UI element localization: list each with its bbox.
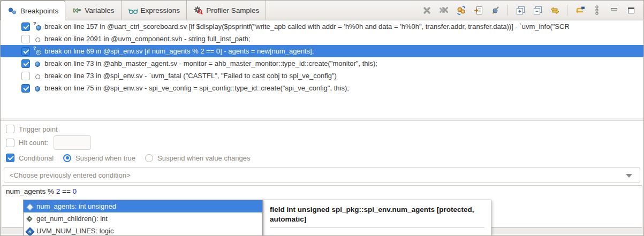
autocomplete-item[interactable]: UVM_NUM_LINES: logic — [24, 225, 262, 236]
breakpoint-enable-checkbox[interactable] — [21, 59, 30, 68]
tab-variables[interactable]: (x)= Variables — [65, 1, 121, 20]
conditional-label: Conditional — [19, 154, 54, 162]
breakpoint-enable-checkbox[interactable] — [21, 47, 30, 56]
suspend-when-value-changes-label: Suspend when value changes — [157, 154, 250, 162]
breakpoint-enable-checkbox[interactable] — [21, 35, 30, 43]
breakpoint-row[interactable]: break on line 2091 in @uvm_component.svh… — [1, 33, 643, 45]
hit-count-row: Hit count: — [1, 135, 643, 150]
view-toolbar — [422, 1, 643, 20]
tab-expressions[interactable]: Expressions — [122, 1, 187, 20]
chevron-down-icon — [626, 174, 632, 178]
field-protected-icon — [26, 227, 33, 235]
expand-all-icon[interactable] — [516, 5, 525, 15]
breakpoint-enable-checkbox[interactable] — [21, 22, 30, 31]
breakpoints-icon — [7, 7, 17, 15]
maximize-icon[interactable] — [626, 5, 636, 15]
condition-history-dropdown[interactable]: <Choose previously entered condition> — [4, 167, 640, 183]
symbol-info-tooltip: field int unsigned spi_pkg::spi_env.num_… — [263, 200, 491, 236]
autocomplete-label: num_agents: int unsigned — [36, 202, 116, 210]
enabled-breakpoint-icon — [33, 84, 41, 92]
breakpoint-row[interactable]: break on line 75 in @spi_env.sv - spi_ve… — [1, 82, 643, 94]
breakpoint-row[interactable]: break on line 73 in @spi_env.sv - `uvm_f… — [1, 70, 643, 82]
autocomplete-popup: num_agents: int unsigned get_num_childre… — [23, 200, 263, 236]
trigger-point-label: Trigger point — [19, 125, 58, 133]
expressions-icon — [128, 6, 138, 14]
breakpoint-description: break on line 157 in @uart_ctrl_scoreboa… — [44, 22, 570, 31]
breakpoint-list: break on line 157 in @uart_ctrl_scoreboa… — [1, 20, 643, 94]
breakpoint-description: break on line 69 in @spi_env.sv [if num_… — [44, 47, 314, 55]
disabled-breakpoint-icon — [33, 35, 41, 43]
breakpoint-enable-checkbox[interactable] — [21, 84, 30, 93]
autocomplete-item[interactable]: num_agents: int unsigned — [24, 200, 262, 212]
refresh-breakpoints-icon[interactable] — [456, 5, 466, 15]
breakpoint-row-selected[interactable]: break on line 69 in @spi_env.sv [if num_… — [1, 45, 643, 57]
collapse-all-icon[interactable] — [533, 5, 542, 15]
breakpoint-row[interactable]: break on line 157 in @uart_ctrl_scoreboa… — [1, 20, 643, 33]
suspend-when-value-changes-radio[interactable] — [145, 154, 153, 162]
conditional-row: Conditional Suspend when true Suspend wh… — [1, 154, 643, 162]
condition-text: num_agents % 2 == 0 — [6, 187, 77, 195]
list-empty-area — [1, 94, 643, 118]
skip-all-breakpoints-icon[interactable] — [490, 5, 500, 15]
breakpoint-description: break on line 73 in @spi_env.sv - `uvm_f… — [44, 72, 337, 80]
trigger-point-row: Trigger point — [1, 125, 643, 133]
toggle-layout-icon[interactable] — [575, 5, 585, 15]
view-tab-bar: Breakpoints (x)= Variables Expressions — [1, 1, 643, 20]
remove-icon[interactable] — [422, 5, 431, 15]
enabled-breakpoint-icon — [33, 59, 41, 67]
remove-all-icon[interactable] — [439, 5, 449, 15]
autocomplete-item[interactable]: get_num_children(): int — [24, 212, 262, 225]
view-menu-handle-icon[interactable] — [592, 5, 602, 15]
autocomplete-label: UVM_NUM_LINES: logic — [36, 227, 114, 235]
condition-history-placeholder: <Choose previously entered condition> — [10, 171, 130, 179]
minimize-icon[interactable] — [609, 5, 619, 15]
autocomplete-label: get_num_children(): int — [36, 215, 108, 223]
tab-profiler-samples[interactable]: Profiler Samples — [187, 1, 266, 20]
suspend-when-true-radio[interactable] — [63, 154, 71, 162]
hit-count-checkbox[interactable] — [6, 139, 14, 147]
toolbar-separator — [567, 5, 567, 16]
breakpoint-description: break on line 73 in @ahb_master_agent.sv… — [44, 59, 377, 67]
breakpoint-enable-checkbox[interactable] — [21, 72, 30, 80]
breakpoint-row[interactable]: break on line 73 in @ahb_master_agent.sv… — [1, 57, 643, 70]
conditional-breakpoint-icon — [33, 47, 41, 55]
go-to-file-for-breakpoint-icon[interactable] — [473, 5, 483, 15]
tab-label: Breakpoints — [20, 7, 58, 15]
suspend-when-true-label: Suspend when true — [75, 154, 135, 162]
tooltip-divider — [270, 227, 484, 228]
hit-count-label: Hit count: — [19, 139, 48, 147]
link-with-debug-view-icon[interactable] — [550, 5, 559, 15]
breakpoints-view: Breakpoints (x)= Variables Expressions — [0, 0, 644, 236]
trigger-point-checkbox[interactable] — [6, 125, 14, 133]
profiler-icon — [193, 6, 203, 14]
function-icon — [26, 215, 33, 223]
toolbar-separator — [507, 5, 508, 16]
hit-count-input[interactable] — [54, 135, 91, 150]
tab-label: Profiler Samples — [206, 6, 259, 14]
conditional-checkbox[interactable] — [6, 154, 14, 162]
breakpoint-description: break on line 75 in @spi_env.sv - spi_ve… — [44, 84, 349, 92]
symbol-info-title: field int unsigned spi_pkg::spi_env.num_… — [270, 205, 484, 224]
tab-label: Variables — [85, 6, 114, 14]
disabled-breakpoint-icon — [33, 72, 41, 80]
variables-icon: (x)= — [72, 6, 81, 14]
tab-label: Expressions — [141, 6, 180, 14]
field-public-icon — [26, 203, 33, 210]
breakpoint-description: break on line 2091 in @uvm_component.svh… — [44, 35, 251, 43]
conditional-breakpoint-icon — [33, 22, 41, 31]
tab-breakpoints[interactable]: Breakpoints — [1, 1, 65, 20]
